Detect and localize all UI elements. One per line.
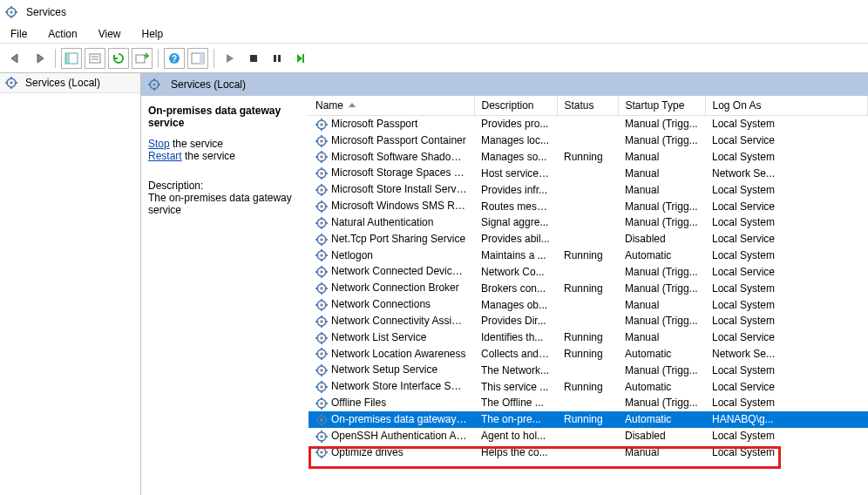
- table-row[interactable]: Microsoft PassportProvides pro...Manual …: [309, 116, 868, 132]
- properties-button[interactable]: [85, 48, 105, 69]
- menu-action[interactable]: Action: [44, 26, 80, 42]
- table-row[interactable]: Natural AuthenticationSignal aggre...Man…: [309, 214, 868, 231]
- service-logon: HANABQ\g...: [705, 411, 868, 428]
- table-row[interactable]: Network ConnectionsManages ob...ManualLo…: [309, 296, 868, 313]
- forward-button[interactable]: [29, 48, 50, 69]
- column-startup[interactable]: Startup Type: [618, 96, 705, 116]
- restart-suffix: the service: [182, 150, 235, 162]
- gear-icon: [148, 78, 160, 91]
- service-name: Natural Authentication: [331, 216, 433, 228]
- service-status: [557, 165, 618, 181]
- service-logon: Local System: [705, 248, 868, 264]
- service-status: [557, 362, 618, 378]
- service-description: Routes mess...: [474, 198, 557, 214]
- table-row[interactable]: Network Setup ServiceThe Network...Manua…: [309, 362, 868, 378]
- svg-rect-11: [136, 55, 145, 63]
- table-row[interactable]: Microsoft Windows SMS Ro...Routes mess..…: [309, 198, 868, 214]
- app-icon: [5, 6, 17, 18]
- service-description: Collects and ...: [474, 346, 557, 363]
- toolbar-separator: [214, 49, 214, 68]
- table-row[interactable]: Network List ServiceIdentifies th...Runn…: [309, 329, 868, 346]
- table-row[interactable]: Microsoft Storage Spaces S...Host servic…: [309, 165, 868, 181]
- back-button[interactable]: [5, 48, 26, 69]
- menu-view[interactable]: View: [95, 26, 125, 42]
- service-startup: Manual (Trigg...: [618, 132, 705, 149]
- refresh-button[interactable]: [108, 48, 129, 69]
- table-row[interactable]: Microsoft Passport ContainerManages loc.…: [309, 132, 868, 149]
- gear-icon: [315, 119, 328, 131]
- action-pane-button[interactable]: [187, 48, 208, 69]
- svg-rect-8: [90, 54, 100, 63]
- table-row[interactable]: NetlogonMaintains a ...RunningAutomaticL…: [309, 248, 868, 264]
- svg-rect-7: [65, 53, 70, 64]
- service-name: Microsoft Storage Spaces S...: [331, 166, 470, 179]
- start-service-button[interactable]: [220, 48, 241, 69]
- service-status: Running: [557, 280, 618, 296]
- show-hide-tree-button[interactable]: [61, 48, 82, 69]
- gear-icon: [315, 234, 328, 246]
- help-button[interactable]: ?: [164, 48, 185, 69]
- service-name: Microsoft Windows SMS Ro...: [331, 200, 470, 212]
- table-row[interactable]: Network Connected Devices ...Network Co.…: [309, 263, 868, 280]
- column-logon[interactable]: Log On As: [705, 96, 868, 116]
- tree-root-item[interactable]: Services (Local): [0, 73, 140, 93]
- table-row[interactable]: Optimize drivesHelps the co...ManualLoca…: [309, 444, 868, 461]
- svg-rect-16: [250, 55, 257, 62]
- svg-rect-18: [278, 55, 281, 62]
- table-row[interactable]: Network Connection BrokerBrokers con...R…: [309, 280, 868, 296]
- column-status[interactable]: Status: [557, 96, 618, 116]
- service-startup: Manual (Trigg...: [618, 395, 705, 411]
- table-row[interactable]: Microsoft Software Shadow ...Manages so.…: [309, 149, 868, 166]
- table-row[interactable]: Network Connectivity Assist...Provides D…: [309, 313, 868, 329]
- toolbar-separator: [55, 49, 56, 68]
- service-logon: Local Service: [705, 198, 868, 214]
- service-startup: Manual: [618, 296, 705, 313]
- toolbar-separator: [158, 49, 159, 68]
- service-logon: Network Se...: [705, 165, 868, 181]
- service-name: Network List Service: [331, 331, 426, 343]
- stop-link[interactable]: Stop: [148, 138, 170, 150]
- service-list[interactable]: Name Description Status Startup Type Log…: [309, 96, 868, 495]
- stop-service-button[interactable]: [243, 48, 264, 69]
- service-startup: Manual: [618, 444, 705, 461]
- table-row[interactable]: Network Location AwarenessCollects and .…: [309, 346, 868, 363]
- table-row[interactable]: Network Store Interface Serv...This serv…: [309, 378, 868, 395]
- service-name: Network Setup Service: [331, 363, 437, 376]
- service-description: Identifies th...: [474, 329, 557, 346]
- menu-file[interactable]: File: [7, 26, 31, 42]
- service-status: [557, 231, 618, 248]
- table-row[interactable]: On-premises data gateway s...The on-pre.…: [309, 411, 868, 428]
- service-status: Running: [557, 346, 618, 363]
- service-startup: Manual (Trigg...: [618, 362, 705, 378]
- service-description: Provides Dir...: [474, 313, 557, 329]
- service-name: Offline Files: [331, 397, 386, 409]
- service-logon: Local System: [705, 313, 868, 329]
- table-row[interactable]: Offline FilesThe Offline ...Manual (Trig…: [309, 395, 868, 411]
- column-description[interactable]: Description: [474, 96, 557, 116]
- service-status: [557, 313, 618, 329]
- table-row[interactable]: OpenSSH Authentication Ag...Agent to hol…: [309, 428, 868, 444]
- menubar: File Action View Help: [0, 24, 868, 44]
- gear-icon: [315, 151, 328, 163]
- gear-icon: [315, 200, 328, 213]
- service-name: Network Connected Devices ...: [331, 265, 474, 277]
- table-row[interactable]: Microsoft Store Install ServiceProvides …: [309, 181, 868, 198]
- gear-icon: [315, 332, 328, 344]
- service-startup: Manual (Trigg...: [618, 313, 705, 329]
- titlebar: Services: [0, 0, 868, 24]
- restart-service-button[interactable]: [290, 48, 311, 69]
- service-startup: Manual (Trigg...: [618, 198, 705, 214]
- service-logon: Local System: [705, 116, 868, 132]
- table-row[interactable]: Net.Tcp Port Sharing ServiceProvides abi…: [309, 231, 868, 248]
- service-description: Manages ob...: [474, 296, 557, 313]
- service-status: Running: [557, 378, 618, 395]
- pause-service-button[interactable]: [267, 48, 288, 69]
- column-name[interactable]: Name: [309, 96, 474, 116]
- menu-help[interactable]: Help: [139, 26, 167, 42]
- service-name: Network Connectivity Assist...: [331, 315, 468, 327]
- export-button[interactable]: [132, 48, 153, 69]
- service-status: [557, 263, 618, 280]
- service-description: Signal aggre...: [474, 214, 557, 231]
- restart-link[interactable]: Restart: [148, 150, 182, 162]
- gear-icon: [315, 414, 328, 426]
